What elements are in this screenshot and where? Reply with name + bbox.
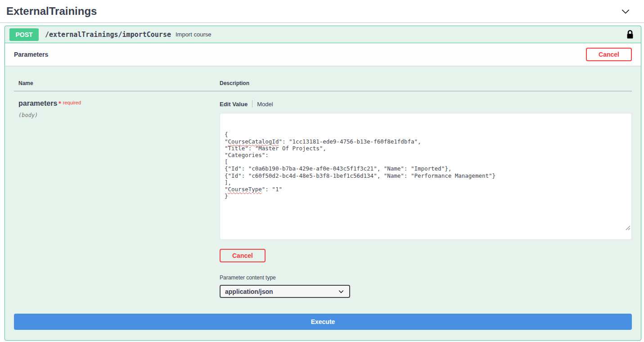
content-type-label: Parameter content type bbox=[220, 274, 632, 281]
tab-separator bbox=[252, 100, 252, 108]
parameters-table-container: Name Description parameters*required (bo… bbox=[5, 66, 641, 305]
operation-path[interactable]: /externalTrainings/importCourse bbox=[45, 31, 171, 39]
param-description-cell: Edit Value Model {"CourseCatalogId": "1c… bbox=[215, 91, 632, 298]
tag-title: ExternalTrainings bbox=[6, 5, 97, 18]
method-badge: POST bbox=[9, 28, 39, 41]
cancel-button-editor[interactable]: Cancel bbox=[220, 249, 266, 262]
parameters-section-header: Parameters Cancel bbox=[5, 43, 641, 66]
execute-button[interactable]: Execute bbox=[14, 314, 632, 330]
param-location: (body) bbox=[18, 112, 215, 118]
tab-model[interactable]: Model bbox=[257, 101, 273, 108]
lock-icon[interactable] bbox=[625, 30, 635, 40]
body-editor-content: {"CourseCatalogId": "1cc13181-ede9-4756-… bbox=[225, 131, 627, 199]
opblock-post-import-course: POST /externalTrainings/importCourse Imp… bbox=[5, 26, 641, 341]
param-name: parameters bbox=[18, 99, 57, 107]
parameters-table: Name Description parameters*required (bo… bbox=[14, 75, 632, 298]
content-type-block: Parameter content type application/json bbox=[220, 274, 632, 298]
column-header-description: Description bbox=[215, 75, 632, 91]
tag-header[interactable]: ExternalTrainings bbox=[0, 0, 644, 23]
required-label: required bbox=[63, 100, 81, 105]
table-row: parameters*required (body) Edit Value Mo… bbox=[14, 91, 632, 298]
tab-edit-value[interactable]: Edit Value bbox=[220, 101, 248, 108]
opblock-body: Parameters Cancel Name Description param… bbox=[5, 43, 641, 339]
opblock-summary[interactable]: POST /externalTrainings/importCourse Imp… bbox=[5, 26, 641, 43]
required-star: * bbox=[59, 100, 61, 107]
operation-summary: Import course bbox=[176, 31, 211, 38]
resize-handle-icon[interactable] bbox=[565, 218, 630, 238]
column-header-name: Name bbox=[14, 75, 215, 91]
content-type-select[interactable]: application/json bbox=[220, 285, 350, 298]
parameters-title: Parameters bbox=[14, 51, 48, 58]
param-name-cell: parameters*required (body) bbox=[14, 91, 215, 298]
editor-tabs: Edit Value Model bbox=[220, 100, 632, 108]
chevron-down-icon[interactable] bbox=[620, 5, 631, 17]
execute-wrapper: Execute bbox=[5, 305, 641, 339]
cancel-button-top[interactable]: Cancel bbox=[586, 48, 632, 61]
body-editor[interactable]: {"CourseCatalogId": "1cc13181-ede9-4756-… bbox=[220, 113, 632, 240]
